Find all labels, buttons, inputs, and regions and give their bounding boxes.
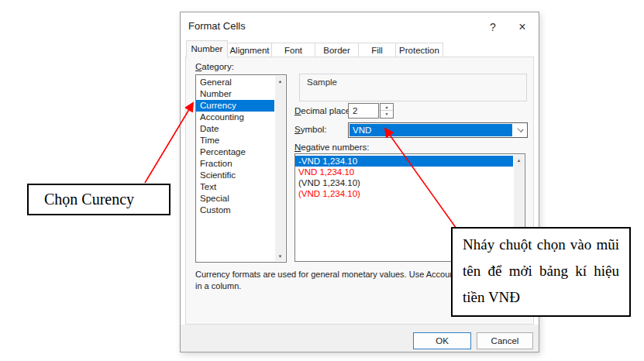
negative-format-option-2[interactable]: VND 1,234.10	[295, 167, 513, 177]
category-item-time[interactable]: Time	[196, 135, 274, 146]
spinner-up-icon[interactable]: ▲	[381, 104, 393, 111]
spinner-down-icon[interactable]: ▼	[381, 111, 393, 118]
tab-border[interactable]: Border	[315, 43, 359, 58]
dialog-footer: OK Cancel	[181, 325, 539, 352]
decimal-places-stepper: ▲ ▼	[380, 103, 394, 119]
category-item-date[interactable]: Date	[196, 123, 274, 135]
negative-format-option-1[interactable]: -VND 1,234.10	[295, 156, 513, 167]
screenshot-stage: Format Cells ? × Number Alignment Font B…	[0, 0, 644, 361]
callout-right-text: Nháy chuột chọn vào mũi tên để mởi bảng …	[463, 236, 619, 305]
title-bar[interactable]: Format Cells ? ×	[181, 12, 539, 41]
scroll-down-icon[interactable]: ▼	[275, 251, 285, 261]
description-line-2: in a column.	[195, 281, 451, 291]
close-icon[interactable]: ×	[514, 19, 531, 36]
callout-left: Chọn Curency	[27, 184, 170, 215]
category-item-fraction[interactable]: Fraction	[196, 158, 274, 170]
category-item-custom[interactable]: Custom	[196, 205, 274, 216]
category-scrollbar[interactable]: ▲ ▼	[275, 76, 285, 261]
category-item-percentage[interactable]: Percentage	[196, 146, 274, 158]
dialog-title: Format Cells	[188, 20, 246, 32]
symbol-dropdown[interactable]: VND	[348, 122, 528, 138]
negative-format-option-4[interactable]: (VND 1,234.10)	[295, 188, 513, 199]
cancel-button[interactable]: Cancel	[477, 332, 533, 349]
negative-numbers-items: -VND 1,234.10 VND 1,234.10 (VND 1,234.10…	[295, 156, 513, 199]
category-item-general[interactable]: General	[196, 77, 274, 88]
tab-number[interactable]: Number	[186, 40, 228, 58]
tab-font[interactable]: Font	[271, 43, 315, 58]
callout-left-text: Chọn Curency	[44, 191, 134, 208]
tab-protection[interactable]: Protection	[395, 43, 443, 58]
decimal-places-input[interactable]: 2	[348, 103, 379, 119]
scroll-up-icon[interactable]: ▲	[275, 76, 285, 86]
symbol-label: Symbol:	[294, 125, 327, 134]
tab-alignment[interactable]: Alignment	[227, 43, 272, 58]
tab-fill[interactable]: Fill	[358, 43, 396, 58]
category-item-number[interactable]: Number	[196, 88, 274, 100]
negative-format-option-3[interactable]: (VND 1,234.10)	[295, 177, 513, 188]
help-icon[interactable]: ?	[484, 19, 501, 36]
category-item-currency[interactable]: Currency	[196, 100, 274, 112]
sample-groupbox: Sample	[299, 74, 527, 101]
category-item-text[interactable]: Text	[196, 181, 274, 193]
ok-button[interactable]: OK	[413, 332, 471, 349]
category-item-scientific[interactable]: Scientific	[196, 170, 274, 181]
scroll-up-icon[interactable]: ▲	[514, 155, 524, 165]
chevron-down-icon[interactable]	[518, 126, 524, 132]
category-list: General Number Currency Accounting Date …	[195, 74, 287, 263]
category-items: General Number Currency Accounting Date …	[196, 77, 274, 216]
category-item-accounting[interactable]: Accounting	[196, 112, 274, 123]
callout-right: Nháy chuột chọn vào mũi tên để mởi bảng …	[451, 227, 631, 317]
negative-numbers-label: Negative numbers:	[294, 143, 370, 152]
sample-label: Sample	[307, 77, 337, 87]
tab-strip: Number Alignment Font Border Fill Protec…	[187, 40, 443, 58]
category-item-special[interactable]: Special	[196, 193, 274, 205]
description-line-1: Currency formats are used for general mo…	[195, 270, 451, 279]
symbol-selected-value: VND	[350, 124, 512, 136]
category-label: Category:	[195, 62, 234, 71]
